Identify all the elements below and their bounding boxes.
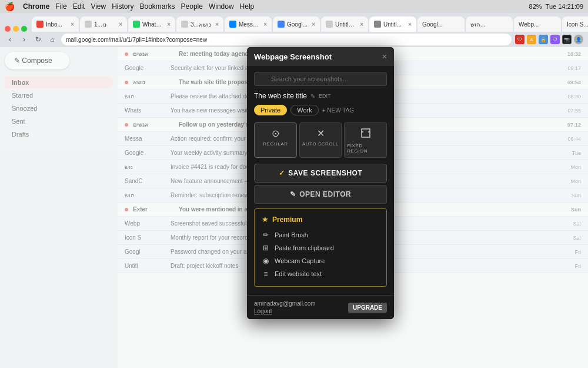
home-button[interactable]: ⌂	[47, 34, 58, 45]
back-button[interactable]: ‹	[5, 34, 15, 45]
tab-google2[interactable]: Googl...	[417, 16, 465, 32]
edit-icon[interactable]: ✎	[310, 93, 315, 100]
tab-close-untitled2[interactable]: ×	[408, 21, 412, 28]
email-time: Mon	[560, 164, 581, 170]
mode-fixed-region[interactable]: FIXED REGION	[344, 122, 387, 158]
email-time: Fri	[560, 249, 581, 255]
tab-close-whats[interactable]: ×	[167, 21, 171, 28]
email-time: Sat	[560, 221, 581, 227]
email-time: Sun	[560, 193, 581, 198]
unread-indicator	[125, 81, 128, 84]
tab-webp[interactable]: Webp...	[514, 16, 561, 32]
tag-work[interactable]: Work	[290, 105, 318, 115]
unread-indicator	[125, 123, 128, 127]
popup-close-button[interactable]: ×	[382, 52, 387, 61]
tab-2[interactable]: נו...1 ×	[80, 16, 127, 32]
menubar-bookmarks[interactable]: Bookmarks	[140, 2, 175, 11]
gmail-nav-inbox[interactable]: Inbox	[5, 77, 113, 88]
email-sender: Icon S	[125, 234, 166, 241]
email-sender: נוש	[125, 164, 166, 170]
tab-whats[interactable]: Whats... ×	[128, 16, 175, 32]
unread-indicator	[125, 52, 128, 56]
premium-item-clipboard[interactable]: ⊞ Paste from clipboard	[262, 241, 379, 254]
tag-private[interactable]: Private	[254, 105, 287, 115]
email-time: 08:30	[560, 94, 581, 100]
gmail-nav-snoozed[interactable]: Snoozed	[5, 102, 113, 114]
gmail-compose-button[interactable]: ✎ Compose	[5, 52, 69, 69]
ext-icon-shield[interactable]: 🛡	[550, 35, 560, 44]
auto-scroll-icon: ✕	[317, 128, 325, 139]
menubar-help[interactable]: Help	[240, 2, 255, 11]
tab-inbox[interactable]: Inbo... ×	[32, 16, 79, 32]
premium-item-webcam[interactable]: ◉ Webcam Capture	[262, 254, 379, 267]
tab-label-inbox: Inbo...	[46, 21, 67, 28]
tab-icon[interactable]: Icon S...	[562, 16, 588, 32]
tags-row: Private Work + NEW TAG	[254, 105, 387, 115]
new-tag-button[interactable]: + NEW TAG	[322, 107, 354, 114]
url-bar[interactable]: mail.google.com/mail/u/1/7pli=1#inbox?co…	[61, 34, 512, 45]
gmail-sidebar: ✎ Compose Inbox Starred Snoozed Sent Dra…	[0, 47, 118, 368]
tab-close-inbox[interactable]: ×	[71, 21, 74, 28]
window-close-btn[interactable]	[5, 26, 11, 32]
tab-close-4[interactable]: ×	[215, 21, 219, 28]
email-sender: אנשים	[133, 51, 174, 57]
tab-untitled1[interactable]: Untitle... ×	[321, 16, 368, 32]
ext-icon-user[interactable]: 👤	[574, 35, 583, 44]
email-sender: SandC	[125, 178, 166, 184]
menubar-view[interactable]: View	[91, 2, 106, 11]
tab-close-untitled1[interactable]: ×	[360, 21, 363, 28]
premium-item-paintbrush[interactable]: ✏ Paint Brush	[262, 228, 379, 241]
tab-close-google[interactable]: ×	[312, 21, 315, 28]
email-time: 07:12	[560, 122, 581, 128]
ext-icon-2[interactable]: A	[527, 35, 536, 44]
browser-icons-right: 🛡 A 🔒 🛡 📷 👤	[515, 35, 583, 44]
tab-favicon-untitled2	[374, 21, 381, 28]
gmail-nav-drafts[interactable]: Drafts	[5, 128, 113, 140]
window-maximize-btn[interactable]	[21, 26, 27, 32]
tab-close-2[interactable]: ×	[119, 21, 122, 28]
logout-link[interactable]: Logout	[254, 308, 316, 314]
premium-star-icon: ★	[262, 215, 269, 224]
open-editor-button[interactable]: OPEN EDITOR	[254, 185, 387, 204]
reload-button[interactable]: ↻	[33, 34, 44, 45]
ext-icon-screenshot[interactable]: 📷	[562, 35, 572, 44]
menubar-history[interactable]: History	[112, 2, 133, 11]
email-sender: Messa	[125, 135, 166, 142]
menubar-edit[interactable]: Edit	[73, 2, 85, 11]
tab-messa[interactable]: Messa... ×	[225, 16, 272, 32]
forward-button[interactable]: ›	[19, 34, 29, 45]
menubar-people[interactable]: People	[181, 2, 203, 11]
tab-4[interactable]: נושא...3 ×	[176, 16, 223, 32]
mode-auto-scroll[interactable]: ✕ AUTO SCROLL	[299, 122, 342, 158]
mode-buttons: ⊙ REGULAR ✕ AUTO SCROLL FIXED REGION	[254, 122, 387, 158]
gmail-nav-sent[interactable]: Sent	[5, 115, 113, 127]
premium-item-edit-text[interactable]: ≡ Edit website text	[262, 267, 379, 280]
email-time: 06:44	[560, 136, 581, 142]
tab-untitled2[interactable]: Untitl... ×	[369, 16, 416, 32]
email-sender: חוש	[125, 93, 166, 100]
search-input[interactable]	[254, 72, 387, 86]
gmail-nav-starred[interactable]: Starred	[5, 89, 113, 101]
auto-scroll-label: AUTO SCROLL	[302, 141, 339, 147]
save-screenshot-button[interactable]: SAVE SCREENSHOT	[254, 164, 387, 183]
email-sender: חוש	[125, 192, 166, 198]
email-sender: אנשים	[133, 121, 174, 128]
mode-regular[interactable]: ⊙ REGULAR	[254, 122, 297, 158]
ext-icon-3[interactable]: 🔒	[539, 35, 548, 44]
upgrade-button[interactable]: UPGRADE	[348, 303, 387, 313]
tab-hosh[interactable]: חוש...	[466, 16, 513, 32]
apple-logo: 🍎	[5, 2, 15, 11]
tab-close-messa[interactable]: ×	[263, 21, 267, 28]
webpage-screenshot-popup: Webpage Screenshot × 🔍 The web site titl…	[247, 47, 394, 319]
edit-text-icon: ≡	[262, 270, 270, 278]
ext-icon-1[interactable]: 🛡	[515, 35, 524, 44]
site-title: The web site title	[254, 92, 307, 100]
email-sender: Webp	[125, 220, 166, 227]
menubar-file[interactable]: File	[55, 2, 66, 11]
email-sender: Untitl	[125, 263, 166, 269]
edit-text-label: Edit website text	[275, 270, 322, 277]
menubar-window[interactable]: Window	[209, 2, 234, 11]
menubar-chrome[interactable]: Chrome	[23, 2, 49, 11]
window-minimize-btn[interactable]	[13, 26, 19, 32]
tab-google[interactable]: Googl... ×	[273, 16, 320, 32]
